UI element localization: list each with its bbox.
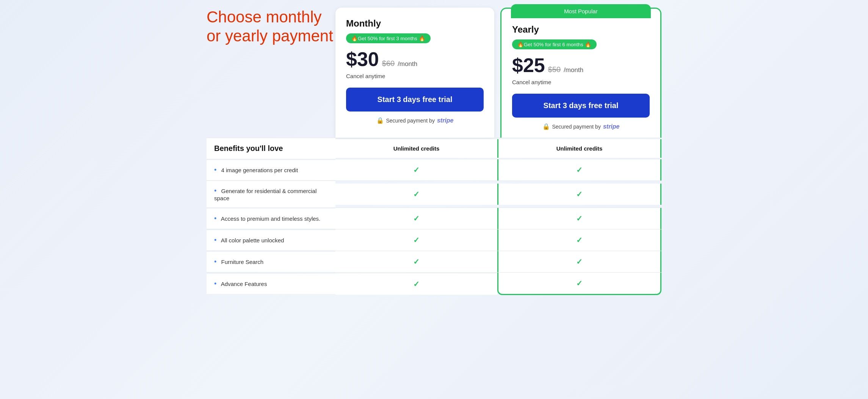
feature-row-1: • 4 image generations per credit ✓ ✓	[207, 159, 661, 181]
monthly-secure-text: Secured payment by	[386, 118, 435, 124]
monthly-plan-name: Monthly	[346, 18, 484, 29]
feature-row-2: • Generate for residential & commercial …	[207, 181, 661, 207]
feature-label-3: • Access to premium and timeless styles.	[207, 209, 335, 229]
yearly-check-3: ✓	[576, 214, 583, 223]
monthly-secure-row: 🔒 Secured payment by stripe	[346, 117, 484, 124]
feature-label-2: • Generate for residential & commercial …	[207, 181, 335, 207]
feature-label-4: • All color palette unlocked	[207, 230, 335, 250]
feature-label-1: • 4 image generations per credit	[207, 160, 335, 180]
monthly-check-3: ✓	[413, 214, 420, 223]
monthly-feature-6: ✓	[335, 273, 497, 295]
monthly-trial-button[interactable]: Start 3 days free trial	[346, 88, 484, 112]
yearly-trial-button[interactable]: Start 3 days free trial	[512, 94, 650, 118]
most-popular-banner: Most Popular	[511, 4, 651, 18]
yearly-original-price: $50	[548, 65, 561, 74]
yearly-secure-row: 🔒 Secured payment by stripe	[512, 123, 650, 130]
benefits-header-cell: Benefits you'll love	[207, 138, 335, 159]
yearly-feature-3: ✓	[497, 208, 661, 229]
monthly-price: $30	[346, 49, 379, 69]
yearly-check-6: ✓	[576, 279, 583, 287]
yearly-check-1: ✓	[576, 166, 583, 174]
left-heading-area: Choose monthly or yearly payment	[207, 8, 335, 69]
monthly-check-2: ✓	[413, 190, 420, 198]
yearly-credits-label: Unlimited credits	[556, 145, 603, 152]
yearly-promo-badge: 🔥Get 50% for first 6 months 🔥	[512, 39, 597, 49]
monthly-feature-4: ✓	[335, 229, 497, 251]
yearly-cancel-text: Cancel anytime	[512, 79, 650, 85]
heading-line2: or yearly payment	[207, 27, 333, 45]
monthly-price-row: $30 $60 /month	[346, 49, 484, 69]
yearly-check-4: ✓	[576, 236, 583, 244]
feature-text-3: Access to premium and timeless styles.	[221, 215, 321, 222]
monthly-original-price: $60	[382, 59, 395, 68]
bullet-4: •	[214, 236, 216, 244]
bullet-2: •	[214, 187, 216, 195]
yearly-plan-name: Yearly	[512, 24, 650, 35]
monthly-stripe-label: stripe	[437, 117, 454, 124]
bullet-1: •	[214, 166, 216, 174]
feature-row-4: • All color palette unlocked ✓ ✓	[207, 229, 661, 251]
yearly-price: $25	[512, 55, 545, 75]
monthly-feature-1: ✓	[335, 159, 497, 181]
monthly-check-1: ✓	[413, 166, 420, 174]
cards-row: Choose monthly or yearly payment Monthly…	[207, 8, 661, 138]
yearly-feature-4: ✓	[497, 229, 661, 251]
yearly-check-2: ✓	[576, 190, 583, 198]
feature-label-5: • Furniture Search	[207, 252, 335, 272]
bullet-3: •	[214, 215, 216, 222]
yearly-lock-icon: 🔒	[542, 123, 550, 130]
monthly-check-4: ✓	[413, 236, 420, 244]
yearly-price-row: $25 $50 /month	[512, 55, 650, 75]
feature-row-5: • Furniture Search ✓ ✓	[207, 251, 661, 272]
feature-text-4: All color palette unlocked	[221, 237, 284, 243]
feature-rows: Benefits you'll love Unlimited credits U…	[207, 138, 661, 295]
feature-text-6: Advance Features	[221, 281, 267, 287]
yearly-feature-1: ✓	[497, 159, 661, 181]
yearly-feature-2: ✓	[497, 184, 661, 205]
feature-text-2: Generate for residential & commercial sp…	[214, 188, 316, 201]
feature-text-1: 4 image generations per credit	[221, 167, 298, 173]
monthly-plan-card: Monthly 🔥Get 50% for first 3 months 🔥 $3…	[335, 8, 494, 138]
pricing-page: Choose monthly or yearly payment Monthly…	[207, 8, 661, 295]
feature-row-6: • Advance Features ✓ ✓	[207, 272, 661, 295]
bullet-5: •	[214, 258, 216, 265]
monthly-feature-3: ✓	[335, 208, 497, 229]
yearly-check-5: ✓	[576, 258, 583, 266]
monthly-promo-badge: 🔥Get 50% for first 3 months 🔥	[346, 33, 431, 43]
monthly-check-5: ✓	[413, 258, 420, 266]
benefits-title: Benefits you'll love	[214, 144, 328, 153]
bullet-6: •	[214, 280, 216, 287]
yearly-period: /month	[564, 66, 583, 74]
heading-line1: Choose monthly	[207, 8, 322, 26]
monthly-lock-icon: 🔒	[376, 117, 384, 124]
monthly-period: /month	[398, 60, 417, 68]
yearly-feature-6: ✓	[497, 273, 661, 295]
plan-cards-container: Monthly 🔥Get 50% for first 3 months 🔥 $3…	[335, 8, 661, 138]
monthly-feature-2: ✓	[335, 184, 497, 205]
monthly-cancel-text: Cancel anytime	[346, 73, 484, 79]
monthly-feature-5: ✓	[335, 251, 497, 272]
feature-text-5: Furniture Search	[221, 259, 263, 265]
yearly-stripe-label: stripe	[603, 123, 620, 130]
page-heading: Choose monthly or yearly payment	[207, 8, 335, 46]
yearly-plan-card: Most Popular Yearly 🔥Get 50% for first 6…	[500, 8, 661, 138]
monthly-check-6: ✓	[413, 280, 420, 288]
monthly-credits-label: Unlimited credits	[393, 145, 440, 152]
monthly-credits-header: Unlimited credits	[335, 139, 497, 158]
yearly-secure-text: Secured payment by	[552, 124, 601, 130]
yearly-credits-header: Unlimited credits	[497, 139, 661, 158]
benefits-header-row: Benefits you'll love Unlimited credits U…	[207, 138, 661, 159]
feature-row-3: • Access to premium and timeless styles.…	[207, 207, 661, 229]
yearly-feature-5: ✓	[497, 251, 661, 272]
feature-label-6: • Advance Features	[207, 274, 335, 294]
